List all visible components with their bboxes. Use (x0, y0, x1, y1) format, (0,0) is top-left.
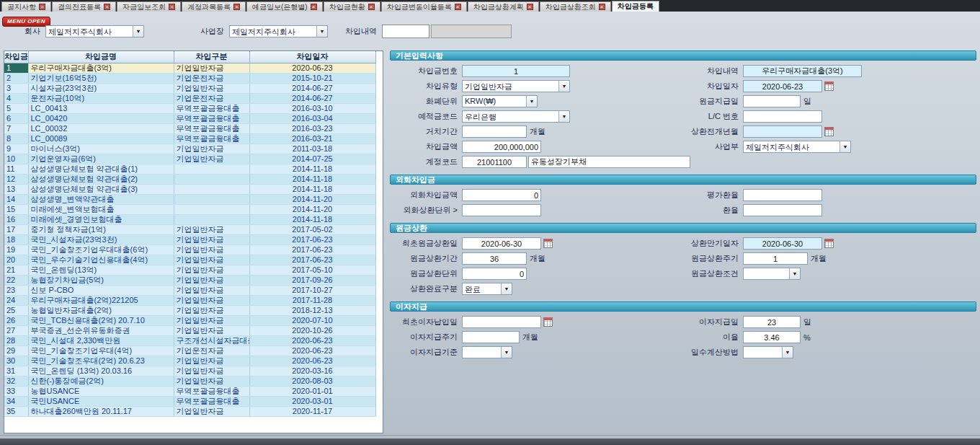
rate-field[interactable] (743, 204, 822, 216)
chevron-down-icon[interactable]: ▼ (558, 111, 569, 122)
table-row[interactable]: 7LC_00032무역포괄금융대출2016-03-23 (4, 123, 375, 133)
loan-date-field[interactable] (743, 80, 822, 92)
close-icon[interactable]: × (527, 4, 533, 10)
interest-pay-day-field[interactable] (743, 316, 801, 328)
table-row[interactable]: 5LC_00413무역포괄금융대출2016-03-10 (4, 103, 375, 113)
division-select[interactable]: 제일저지주식회사 ▼ (743, 141, 851, 153)
chevron-down-icon[interactable]: ▼ (789, 268, 800, 279)
grace-period-field[interactable] (462, 125, 527, 138)
calendar-icon[interactable] (543, 317, 553, 327)
calendar-icon[interactable] (543, 239, 553, 248)
company-select[interactable]: 제일저지주식회사 ▼ (45, 25, 144, 38)
repay-cycle-field[interactable] (743, 252, 808, 265)
interest-basis-select[interactable]: ▼ (462, 346, 512, 358)
column-header[interactable]: 차입금코드 (4, 51, 28, 63)
table-row[interactable]: 15미래에셋_변액보험대출2014-11-20 (4, 204, 375, 214)
table-row[interactable]: 19국민_기술창조기업우대대출(6억)기업일반자금2017-06-23 (4, 244, 375, 255)
chevron-down-icon[interactable]: ▼ (526, 96, 537, 107)
column-header[interactable]: 차입구분 (174, 51, 249, 63)
loan-name-field[interactable] (743, 65, 862, 77)
repay-condition-select[interactable]: ▼ (743, 268, 801, 280)
table-row[interactable]: 23신보 P-CBO기업일반자금2017-10-27 (4, 285, 375, 295)
table-row[interactable]: 32신한(-)통장예금(2억)기업일반자금2020-08-03 (4, 376, 375, 386)
day-calc-select[interactable]: ▼ (743, 346, 793, 358)
account-name-field[interactable] (528, 156, 690, 168)
table-row[interactable]: 34국민USANCE무역포괄금융대출2020-03-01 (4, 396, 375, 406)
tab-item[interactable]: 차입금변동이율등록× (381, 1, 467, 12)
lc-no-field[interactable] (743, 110, 822, 123)
tab-item[interactable]: 자금일보조회× (117, 1, 181, 12)
loan-no-field[interactable] (462, 65, 570, 77)
chevron-down-icon[interactable]: ▼ (839, 141, 850, 152)
table-row[interactable]: 20국민_우수기술기업신용대출(4억)기업일반자금2017-06-23 (4, 255, 375, 265)
table-row[interactable]: 9마이너스(3억)기업일반자금2011-03-18 (4, 144, 375, 154)
table-row[interactable]: 26국민_TCB신용대출(2억) 20.7.10기업일반자금2020-07-10 (4, 315, 375, 325)
table-row[interactable]: 25농협일반자금대출(2억)기업일반자금2018-12-13 (4, 305, 375, 315)
close-icon[interactable]: × (169, 4, 175, 10)
close-icon[interactable]: × (368, 4, 375, 10)
close-icon[interactable]: × (311, 4, 317, 10)
chevron-down-icon[interactable]: ▼ (501, 283, 512, 294)
currency-select[interactable]: KRW(₩) ▼ (462, 95, 538, 107)
calendar-icon[interactable] (824, 127, 834, 136)
table-row[interactable]: 33농협USANCE무역포괄금융대출2020-01-01 (4, 386, 375, 396)
chevron-down-icon[interactable]: ▼ (133, 26, 143, 37)
loan-type-select[interactable]: 기업일반자금 ▼ (462, 80, 570, 92)
table-row[interactable]: 18국민_시설자금(23억3천)기업일반자금2017-06-23 (4, 234, 375, 244)
calendar-icon[interactable] (824, 81, 834, 91)
tab-item[interactable]: 차입금현황× (324, 1, 380, 12)
eval-rate-field[interactable] (743, 189, 822, 201)
maturity-date-field[interactable] (743, 237, 822, 250)
tab-item[interactable]: 차입금상환조회× (540, 1, 611, 12)
column-header[interactable]: 차입일자 (249, 51, 375, 63)
fx-amount-field[interactable] (462, 189, 541, 201)
tab-item[interactable]: 계정과목등록× (182, 1, 246, 12)
chevron-down-icon[interactable]: ▼ (501, 347, 512, 358)
table-row[interactable]: 22농협장기차입금(5억)기업일반자금2017-09-26 (4, 275, 375, 285)
table-row[interactable]: 16미래에셋_경영인보험대출2014-11-18 (4, 214, 375, 224)
chevron-down-icon[interactable]: ▼ (316, 26, 327, 37)
deposit-code-select[interactable]: 우리은행 ▼ (462, 110, 570, 123)
close-icon[interactable]: × (104, 4, 110, 10)
tab-item[interactable]: 결의전표등록× (52, 1, 116, 12)
close-icon[interactable]: × (233, 4, 240, 10)
tab-active[interactable]: 차입금등록 (612, 1, 659, 12)
calendar-icon[interactable] (824, 239, 834, 248)
table-row[interactable]: 3시설자금(23억3천)기업일반자금2014-06-27 (4, 83, 375, 93)
table-row[interactable]: 21국민_온렌딩(13억)기업일반자금2017-05-10 (4, 265, 375, 275)
repay-complete-select[interactable]: 완료 ▼ (462, 283, 512, 295)
site-select[interactable]: 제일저지주식회사 ▼ (229, 25, 328, 38)
tab-item[interactable]: 공지사항× (1, 1, 51, 12)
column-header[interactable]: 차입금명 (28, 51, 174, 63)
table-row[interactable]: 14삼성생명_변액약관대출2014-11-20 (4, 194, 375, 204)
account-code-field[interactable] (462, 156, 527, 168)
repay-unit-field[interactable] (462, 268, 527, 280)
table-row[interactable]: 24우리구매자금대출(2억)221205기업일반자금2017-11-28 (4, 295, 375, 305)
interest-cycle-field[interactable] (462, 331, 520, 343)
tab-item[interactable]: 예금일보(은행별)× (246, 1, 323, 12)
loan-amount-field[interactable] (462, 141, 541, 153)
table-row[interactable]: 2기업기보(16억5천)기업운전자금2015-10-21 (4, 73, 375, 83)
interest-rate-field[interactable] (743, 331, 801, 343)
principal-pay-day-field[interactable] (743, 95, 801, 107)
fx-unit-field[interactable] (462, 204, 541, 216)
table-row[interactable]: 4운전자금(10억)기업운전자금2014-06-27 (4, 93, 375, 103)
repay-period-field[interactable] (462, 252, 527, 265)
table-row[interactable]: 31국민_온렌딩 (13억) 20.03.16기업일반자금2020-03-16 (4, 366, 375, 376)
table-row[interactable]: 13삼성생명단체보험 약관대출(3)2014-11-18 (4, 184, 375, 194)
table-row[interactable]: 10기업운영자금(6억)기업일반자금2014-07-25 (4, 154, 375, 164)
close-icon[interactable]: × (455, 4, 461, 10)
table-row[interactable]: 17중기청 정책자금(1억)기업일반자금2017-05-02 (4, 224, 375, 234)
table-row[interactable]: 6LC_00420무역포괄금융대출2016-03-04 (4, 113, 375, 123)
table-row[interactable]: 27부국증권_선순위유동화증권기업일반자금2020-10-26 (4, 325, 375, 335)
first-interest-date-field[interactable] (462, 316, 541, 328)
table-row[interactable]: 35하나대출260백만원 20.11.17기업일반자금2020-11-17 (4, 406, 375, 416)
first-repay-date-field[interactable] (462, 237, 541, 250)
chevron-down-icon[interactable]: ▼ (558, 81, 569, 92)
table-row[interactable]: 11삼성생명단체보험 약관대출(1)2014-11-18 (4, 164, 375, 174)
tab-item[interactable]: 차입금상환계획× (468, 1, 539, 12)
table-row[interactable]: 8LC_00089무역포괄금융대출2016-03-21 (4, 133, 375, 144)
table-row[interactable]: 1우리구매자금대출(3억)기업일반자금2020-06-23 (4, 63, 375, 73)
before-repay-ym-field[interactable] (743, 125, 822, 138)
table-row[interactable]: 29국민_기술창조기업우대(4억)기업운전자금2020-06-23 (4, 345, 375, 356)
